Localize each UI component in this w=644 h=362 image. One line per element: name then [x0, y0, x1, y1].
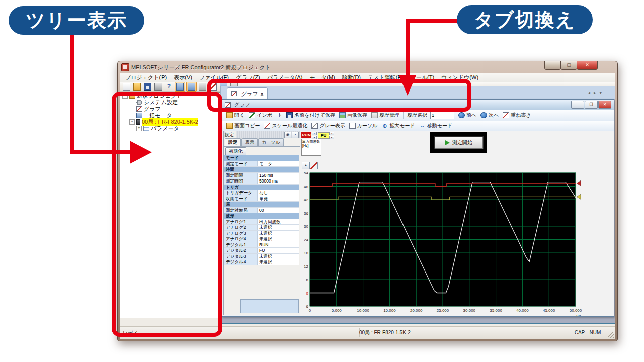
- property-row[interactable]: アナログ4 未選択: [224, 236, 299, 242]
- graybox-icon: [199, 83, 206, 90]
- cursor-tool-icon: [349, 123, 356, 129]
- property-row[interactable]: 局: [224, 202, 299, 208]
- history-select-input[interactable]: [430, 112, 454, 119]
- toolbar-button[interactable]: 重ね書き: [501, 111, 533, 119]
- resize-grip-icon[interactable]: [608, 332, 614, 338]
- property-row[interactable]: デジタル4 未選択: [224, 259, 299, 265]
- toolbar-button[interactable]: [198, 82, 207, 91]
- toolbar-button[interactable]: インポート: [247, 111, 284, 119]
- toolbar-button[interactable]: スケール最適化: [262, 122, 309, 130]
- svg-text:25,000: 25,000: [437, 308, 449, 313]
- settings-tab[interactable]: カーソル: [258, 138, 284, 146]
- property-row[interactable]: アナログ2 未選択: [224, 225, 299, 231]
- property-row[interactable]: デジタル1 RUN: [224, 242, 299, 248]
- initialize-button[interactable]: 初期化: [225, 147, 246, 156]
- toolbar-button[interactable]: 名前を付けて保存: [284, 111, 337, 119]
- settings-tab[interactable]: 設定: [225, 138, 241, 146]
- toolbar-button[interactable]: 画面コピー: [224, 122, 262, 130]
- callout-line: [70, 32, 74, 154]
- svg-text:50,000: 50,000: [570, 308, 582, 313]
- toolbar-button[interactable]: →次へ: [478, 111, 501, 119]
- tab-scroll-left-icon[interactable]: ◂: [588, 90, 590, 95]
- close-icon[interactable]: ×: [292, 132, 299, 138]
- toolbar-button[interactable]: [143, 82, 152, 91]
- callout-tab-switch: タブ切換え: [457, 5, 593, 34]
- toolbar-button[interactable]: [153, 82, 163, 91]
- menu-item[interactable]: プロジェクト(P): [122, 73, 170, 82]
- property-row[interactable]: 測定時間 50000 ms: [224, 178, 299, 185]
- graph-child-window: グラフ — ❐ ✕ 開くインポート名前を付けて保存画像保存履歴管理 履歴選択: [222, 99, 614, 317]
- separator: [403, 112, 404, 119]
- tab-menu-icon[interactable]: ▾: [599, 90, 602, 95]
- callout-line: [406, 19, 410, 76]
- child-close-button[interactable]: ✕: [598, 101, 611, 109]
- property-row[interactable]: デジタル2 FU: [224, 248, 299, 254]
- property-value: 50000 ms: [258, 178, 299, 184]
- fu-spinner[interactable]: ▲▼: [329, 132, 334, 138]
- history-select: 履歴選択: [405, 111, 456, 120]
- graph-toolbar-view: 画面コピースケール最適化グレー表示カーソル⊕拡大モード↔移動モード: [222, 121, 614, 131]
- property-row[interactable]: 収集モード 単発: [224, 196, 299, 202]
- child-restore-button[interactable]: ❐: [585, 101, 598, 109]
- move-mode-icon: ↔: [419, 123, 426, 129]
- toolbar-button[interactable]: [175, 82, 185, 92]
- property-label: デジタル1: [224, 242, 258, 248]
- toolbar-button[interactable]: ↔移動モード: [417, 122, 454, 130]
- toolbar-button[interactable]: 画像保存: [337, 111, 369, 119]
- scale-button[interactable]: [310, 162, 318, 169]
- minimize-button[interactable]: —: [544, 61, 561, 70]
- property-row[interactable]: 測定間隔 150 ms: [224, 173, 299, 179]
- save-as-icon: [286, 112, 293, 118]
- settings-panel-footer: [240, 299, 299, 313]
- toolbar-button[interactable]: ⊕拡大モード: [379, 122, 417, 130]
- property-label: 収集モード: [224, 196, 258, 202]
- menu-item[interactable]: 表示(V): [170, 73, 196, 82]
- property-row[interactable]: トリガデータ なし: [224, 190, 299, 196]
- property-value: 150 ms: [258, 173, 299, 178]
- toolbar-button[interactable]: ←前へ: [456, 111, 478, 119]
- history-icon: [371, 112, 378, 118]
- property-value: 未選択: [258, 254, 299, 259]
- toolbar-button[interactable]: ?: [164, 82, 174, 91]
- new-document-icon: [123, 83, 130, 90]
- property-label: モード: [224, 155, 239, 161]
- prev-circle-icon: ←: [458, 112, 465, 118]
- property-row[interactable]: 波形: [224, 213, 299, 219]
- property-value: なし: [258, 190, 299, 196]
- property-label: アナログ1: [224, 219, 258, 225]
- property-label: 局: [224, 202, 230, 207]
- svg-text:42: 42: [304, 198, 308, 202]
- property-row[interactable]: デジタル3 未選択: [224, 254, 299, 260]
- property-row[interactable]: 測定対象局 00: [224, 208, 299, 214]
- scroll-up-button[interactable]: ▲: [302, 162, 310, 169]
- callout-arrow-down-icon: [399, 75, 416, 96]
- property-row[interactable]: トリガ: [224, 185, 299, 191]
- property-value: 未選択: [258, 236, 299, 242]
- toolbar-button[interactable]: [132, 82, 142, 91]
- property-row[interactable]: アナログ1 出力周波数: [224, 219, 299, 225]
- close-button[interactable]: ✕: [577, 61, 598, 70]
- pin-icon[interactable]: ◉: [284, 132, 291, 138]
- property-value: 未選択: [258, 259, 299, 265]
- property-row[interactable]: モード: [224, 155, 299, 161]
- property-row[interactable]: 時間: [224, 167, 299, 173]
- run-spinner[interactable]: ▲▼: [312, 132, 317, 138]
- measure-start-button[interactable]: 測定開始: [435, 137, 483, 149]
- tab-scroll-right-icon[interactable]: ▸: [594, 90, 596, 95]
- child-minimize-button[interactable]: —: [571, 101, 584, 109]
- toolbar-button[interactable]: 開く: [224, 111, 247, 119]
- toolbar-button[interactable]: グレー表示: [309, 122, 347, 130]
- toolbar-button[interactable]: [122, 82, 131, 91]
- property-label: アナログ4: [224, 236, 258, 242]
- property-row[interactable]: アナログ3 未選択: [224, 231, 299, 237]
- titlebar[interactable]: MELSOFTシリーズ FR Configurator2 新規プロジェクト: [118, 61, 617, 73]
- mdi-bottom-border: [220, 323, 615, 324]
- svg-text:12: 12: [304, 264, 308, 269]
- svg-text:24: 24: [304, 238, 308, 242]
- maximize-button[interactable]: ▢: [560, 61, 577, 70]
- toolbar-button[interactable]: カーソル: [347, 122, 380, 130]
- toolbar-button[interactable]: 履歴管理: [369, 111, 401, 119]
- settings-tab[interactable]: 表示: [242, 138, 258, 146]
- property-row[interactable]: 測定モード モニタ: [224, 161, 299, 167]
- toolbar-button[interactable]: [186, 82, 197, 92]
